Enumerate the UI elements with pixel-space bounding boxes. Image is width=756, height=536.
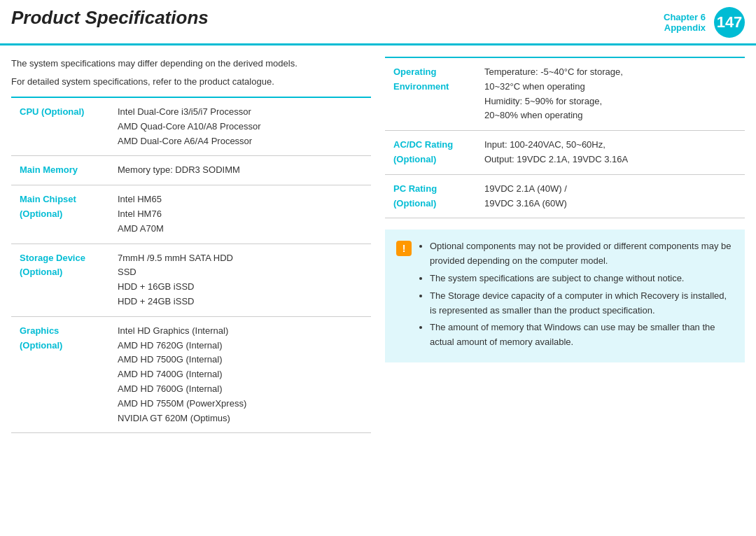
intro-line1: The system specifications may differ dep… <box>11 57 371 71</box>
spec-table: CPU (Optional)Intel Dual-Core i3/i5/i7 P… <box>11 97 371 433</box>
page-header: Product Specifications Chapter 6 Appendi… <box>0 0 756 45</box>
appendix-label: Appendix <box>664 22 706 33</box>
spec-value: Intel HM65Intel HM76AMD A70M <box>109 185 371 244</box>
table-row: Graphics (Optional)Intel HD Graphics (In… <box>11 316 371 433</box>
spec-value: 7mmH /9.5 mmH SATA HDDSSDHDD + 16GB iSSD… <box>109 244 371 316</box>
list-item: The amount of memory that Windows can us… <box>430 320 734 350</box>
env-value: Input: 100-240VAC, 50~60Hz,Output: 19VDC… <box>476 131 745 175</box>
notice-box: ! Optional components may not be provide… <box>385 230 745 362</box>
table-row: Main Chipset(Optional)Intel HM65Intel HM… <box>11 185 371 244</box>
list-item: The system specifications are subject to… <box>430 271 734 286</box>
spec-value: Intel HD Graphics (Internal)AMD HD 7620G… <box>109 316 371 433</box>
table-row: PC Rating (Optional)19VDC 2.1A (40W) /19… <box>385 174 745 218</box>
spec-label: Main Chipset(Optional) <box>11 185 109 244</box>
chapter-badge: Chapter 6 Appendix 147 <box>664 7 745 38</box>
list-item: Optional components may not be provided … <box>430 239 734 269</box>
chapter-label: Chapter 6 <box>664 12 706 22</box>
spec-label: Main Memory <box>11 156 109 185</box>
chapter-number: 147 <box>714 7 745 38</box>
spec-label: CPU (Optional) <box>11 97 109 156</box>
env-label: AC/DC Rating(Optional) <box>385 131 476 175</box>
table-row: Main MemoryMemory type: DDR3 SODIMM <box>11 156 371 185</box>
env-table: OperatingEnvironmentTemperature: -5~40°C… <box>385 57 745 218</box>
env-value: Temperature: -5~40°C for storage, 10~32°… <box>476 57 745 131</box>
spec-value: Memory type: DDR3 SODIMM <box>109 156 371 185</box>
spec-label: Storage Device(Optional) <box>11 244 109 316</box>
intro-line2: For detailed system specifications, refe… <box>11 75 371 89</box>
env-value: 19VDC 2.1A (40W) /19VDC 3.16A (60W) <box>476 174 745 218</box>
page-title: Product Specifications <box>11 7 664 38</box>
env-label: PC Rating (Optional) <box>385 174 476 218</box>
notice-icon: ! <box>396 241 412 256</box>
table-row: AC/DC Rating(Optional)Input: 100-240VAC,… <box>385 131 745 175</box>
env-label: OperatingEnvironment <box>385 57 476 131</box>
spec-label: Graphics (Optional) <box>11 316 109 433</box>
main-content: The system specifications may differ dep… <box>0 45 756 444</box>
list-item: The Storage device capacity of a compute… <box>430 289 734 318</box>
left-column: The system specifications may differ dep… <box>11 57 371 433</box>
notice-list: Optional components may not be provided … <box>419 239 734 353</box>
spec-value: Intel Dual-Core i3/i5/i7 ProcessorAMD Qu… <box>109 97 371 156</box>
table-row: CPU (Optional)Intel Dual-Core i3/i5/i7 P… <box>11 97 371 156</box>
table-row: OperatingEnvironmentTemperature: -5~40°C… <box>385 57 745 131</box>
table-row: Storage Device(Optional)7mmH /9.5 mmH SA… <box>11 244 371 316</box>
right-column: OperatingEnvironmentTemperature: -5~40°C… <box>385 57 745 433</box>
